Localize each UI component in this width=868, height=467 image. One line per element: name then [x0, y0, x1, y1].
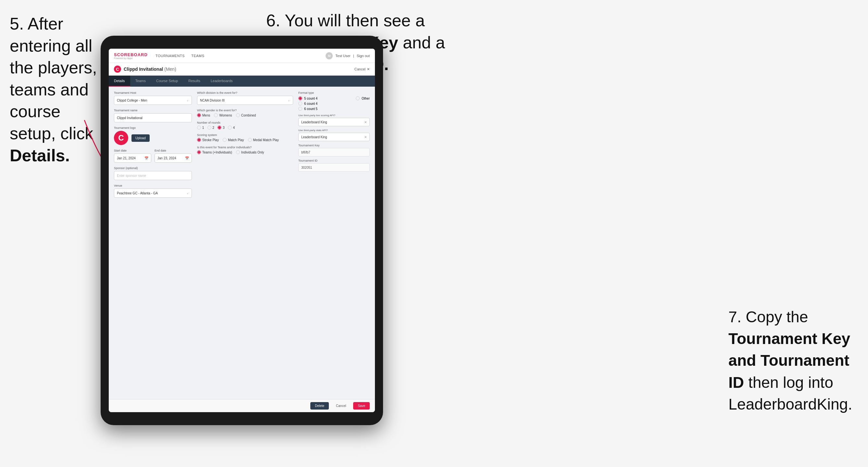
tournament-id-label: Tournament ID — [298, 159, 370, 162]
format-row-1: 5 count 4 Other — [298, 96, 370, 100]
tab-details[interactable]: Details — [109, 75, 130, 87]
scoring-match[interactable]: Match Play — [223, 138, 244, 142]
tournament-key-section: Tournament Key bf6fb7 — [298, 144, 370, 156]
gender-mens[interactable]: Mens — [197, 113, 210, 117]
round-4[interactable]: 4 — [228, 126, 235, 129]
delete-button[interactable]: Delete — [310, 402, 329, 410]
format-5count4[interactable]: 5 count 4 — [298, 96, 317, 100]
sponsor-placeholder: Enter sponsor name — [117, 174, 146, 178]
teams-plus-individuals[interactable]: Teams (+Individuals) — [197, 150, 232, 154]
individuals-only[interactable]: Individuals Only — [236, 150, 264, 154]
signout-link[interactable]: Sign out — [357, 54, 370, 58]
scoring-medal-match[interactable]: Medal Match Play — [248, 138, 279, 142]
venue-label: Venue — [114, 184, 192, 187]
third-party-live-clear[interactable]: ✕ — [364, 120, 367, 124]
end-date-group: End date Jan 23, 2024 📅 — [155, 149, 192, 163]
tournament-name-input[interactable]: Clippd Invitational — [114, 113, 192, 122]
teams-plus-radio[interactable] — [197, 150, 201, 154]
format-6count4-radio[interactable] — [298, 101, 302, 105]
cancel-button[interactable]: Cancel — [332, 402, 350, 410]
brand-logo: SCOREBOARD Powered by clippd — [114, 52, 148, 59]
col-left: Tournament Host Clippd College - Men ⌄ T… — [114, 91, 192, 395]
gender-womens[interactable]: Womens — [214, 113, 232, 117]
round-1-radio[interactable] — [197, 126, 201, 129]
gender-combined[interactable]: Combined — [236, 113, 256, 117]
annotation-left: 5. After entering all the players, teams… — [10, 13, 101, 166]
third-party-stats-label: Use third-party stats API? — [298, 129, 370, 132]
division-input[interactable]: NCAA Division III ⌄ — [197, 96, 293, 105]
third-party-stats-input[interactable]: Leaderboard King ✕ — [298, 133, 370, 141]
end-date-input[interactable]: Jan 23, 2024 📅 — [155, 154, 192, 163]
logo-circle: C — [114, 131, 128, 145]
round-3[interactable]: 3 — [217, 126, 225, 129]
format-5count4-label: 5 count 4 — [304, 97, 317, 100]
tournament-id-value[interactable]: 302051 — [298, 163, 370, 172]
top-nav: SCOREBOARD Powered by clippd TOURNAMENTS… — [109, 49, 375, 63]
nav-tournaments[interactable]: TOURNAMENTS — [155, 54, 185, 58]
round-1[interactable]: 1 — [197, 126, 204, 129]
format-5count4-radio[interactable] — [298, 96, 302, 100]
tab-course-setup[interactable]: Course Setup — [151, 75, 183, 87]
round-3-radio[interactable] — [217, 126, 221, 129]
action-bar: Delete Cancel Save — [109, 399, 375, 412]
format-6count4-label: 6 count 4 — [304, 102, 317, 105]
calendar-icon-start: 📅 — [145, 156, 148, 160]
gender-label: Which gender is the event for? — [197, 109, 293, 112]
gender-radio-group: Mens Womens Combined — [197, 113, 293, 117]
cancel-header-button[interactable]: Cancel ✕ — [354, 67, 370, 71]
format-6count4[interactable]: 6 count 4 — [298, 101, 317, 105]
venue-group: Venue Peachtree GC - Atlanta - GA ⌄ — [114, 184, 192, 198]
user-avatar: SI — [326, 52, 333, 59]
nav-teams[interactable]: TEAMS — [191, 54, 204, 58]
format-other-label: Other — [362, 97, 370, 100]
third-party-stats-clear[interactable]: ✕ — [364, 135, 367, 139]
tournament-key-label: Tournament Key — [298, 144, 370, 147]
venue-input[interactable]: Peachtree GC - Atlanta - GA ⌄ — [114, 189, 192, 198]
col-middle: Which division is the event for? NCAA Di… — [197, 91, 293, 395]
calendar-icon-end: 📅 — [185, 156, 189, 160]
sponsor-label: Sponsor (optional) — [114, 166, 192, 170]
save-button[interactable]: Save — [353, 402, 370, 410]
third-party-stats-section: Use third-party stats API? Leaderboard K… — [298, 129, 370, 141]
gender-group: Which gender is the event for? Mens Wome… — [197, 109, 293, 117]
tab-teams[interactable]: Teams — [130, 75, 151, 87]
tab-leaderboards[interactable]: Leaderboards — [206, 75, 238, 87]
venue-arrow: ⌄ — [186, 191, 189, 195]
date-group: Start date Jan 21, 2024 📅 End date Jan 2… — [114, 149, 192, 163]
format-other-radio[interactable] — [356, 96, 360, 100]
scoring-group: Scoring system Stroke Play Match Play — [197, 133, 293, 142]
individuals-only-radio[interactable] — [236, 150, 240, 154]
third-party-live-input[interactable]: Leaderboard King ✕ — [298, 118, 370, 126]
gender-mens-radio[interactable] — [197, 113, 201, 117]
upload-button[interactable]: Upload — [131, 134, 150, 142]
start-date-input[interactable]: Jan 21, 2024 📅 — [114, 154, 151, 163]
tournament-logo-group: Tournament logo C Upload — [114, 126, 192, 145]
tab-results[interactable]: Results — [183, 75, 206, 87]
end-date-label: End date — [155, 149, 192, 152]
sponsor-group: Sponsor (optional) Enter sponsor name — [114, 166, 192, 180]
round-2[interactable]: 2 — [208, 126, 215, 129]
format-other[interactable]: Other — [356, 96, 370, 100]
tablet-screen: SCOREBOARD Powered by clippd TOURNAMENTS… — [109, 49, 375, 412]
scoring-medal-radio[interactable] — [248, 138, 252, 142]
format-6count5-radio[interactable] — [298, 107, 302, 111]
round-4-radio[interactable] — [228, 126, 232, 129]
scoring-match-radio[interactable] — [223, 138, 226, 142]
gender-combined-radio[interactable] — [236, 113, 240, 117]
scoring-stroke-radio[interactable] — [197, 138, 201, 142]
scoring-stroke[interactable]: Stroke Play — [197, 138, 219, 142]
tournament-key-value[interactable]: bf6fb7 — [298, 148, 370, 156]
rounds-label: Number of rounds — [197, 121, 293, 124]
tournament-host-input[interactable]: Clippd College - Men ⌄ — [114, 96, 192, 105]
teams-group: Is this event for Teams and/or Individua… — [197, 146, 293, 154]
gender-womens-radio[interactable] — [214, 113, 218, 117]
format-6count5[interactable]: 6 count 5 — [298, 107, 317, 111]
rounds-radio-group: 1 2 3 4 — [197, 126, 293, 129]
format-row-3: 6 count 5 — [298, 107, 370, 111]
sponsor-input[interactable]: Enter sponsor name — [114, 171, 192, 180]
tournament-host-label: Tournament Host — [114, 91, 192, 94]
teams-label: Is this event for Teams and/or Individua… — [197, 146, 293, 149]
tabs-bar: Details Teams Course Setup Results Leade… — [109, 75, 375, 87]
round-2-radio[interactable] — [208, 126, 211, 129]
content-area: Tournament Host Clippd College - Men ⌄ T… — [109, 87, 375, 399]
